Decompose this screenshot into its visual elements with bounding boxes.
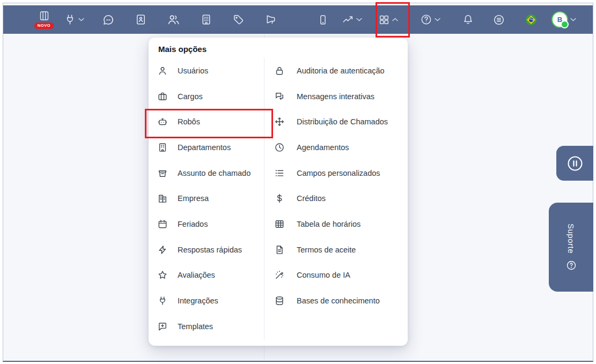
megaphone-icon bbox=[264, 13, 277, 26]
dropdown-left-column: Usuários Cargos Robôs Departamentos Assu… bbox=[149, 58, 264, 340]
move-icon bbox=[274, 116, 285, 127]
mobile-nav-button[interactable] bbox=[317, 5, 329, 34]
lock-icon bbox=[274, 65, 285, 76]
zap-icon bbox=[157, 244, 168, 255]
brazil-flag-icon bbox=[525, 13, 538, 26]
menu-item-auditoria-de-autenticacao[interactable]: Auditoria de autenticação bbox=[264, 58, 408, 84]
dropdown-right-column: Auditoria de autenticação Mensagens inte… bbox=[264, 58, 408, 340]
avatar: B bbox=[551, 11, 568, 28]
menu-item-distribuicao-de-chamados[interactable]: Distribuição de Chamados bbox=[264, 109, 408, 135]
menu-item-cargos[interactable]: Cargos bbox=[149, 84, 264, 109]
top-navigation-bar: NOVO bbox=[3, 5, 593, 34]
plug-icon bbox=[157, 295, 168, 306]
suporte-tab[interactable]: Suporte bbox=[549, 203, 593, 292]
menu-item-usuarios[interactable]: Usuários bbox=[149, 58, 264, 84]
users-nav-button[interactable] bbox=[167, 5, 180, 34]
language-nav-button[interactable] bbox=[525, 5, 538, 34]
menu-item-mensagens-interativas[interactable]: Mensagens interativas bbox=[264, 84, 408, 109]
phone-icon bbox=[317, 14, 329, 26]
message-plus-icon bbox=[157, 321, 168, 332]
help-circle-icon bbox=[420, 13, 432, 26]
menu-item-tabela-de-horarios[interactable]: Tabela de horários bbox=[264, 211, 408, 237]
queue-list-icon bbox=[492, 13, 505, 26]
menu-item-robos[interactable]: Robôs bbox=[149, 109, 264, 135]
menu-item-integracoes[interactable]: Integrações bbox=[149, 288, 264, 314]
more-options-dropdown: Mais opções Usuários Cargos Robôs Depart… bbox=[149, 38, 408, 346]
menu-item-empresa[interactable]: Empresa bbox=[149, 185, 264, 211]
dropdown-title: Mais opções bbox=[158, 44, 207, 54]
building-icon bbox=[157, 142, 168, 153]
menu-item-templates[interactable]: Templates bbox=[149, 314, 264, 339]
menu-item-creditos[interactable]: Créditos bbox=[264, 185, 408, 211]
document-icon bbox=[274, 244, 285, 255]
screenshot-page: NOVO bbox=[0, 0, 596, 364]
menu-item-campos-personalizados[interactable]: Campos personalizados bbox=[264, 160, 408, 186]
chevron-up-icon bbox=[392, 18, 398, 21]
kanban-nav-button[interactable]: NOVO bbox=[33, 5, 55, 34]
bell-icon bbox=[462, 13, 474, 26]
chevron-down-icon bbox=[78, 18, 84, 21]
contacts-nav-button[interactable] bbox=[135, 5, 147, 34]
database-icon bbox=[274, 295, 285, 306]
help-nav-button[interactable] bbox=[420, 5, 440, 34]
notifications-nav-button[interactable] bbox=[462, 5, 474, 34]
menu-item-assunto-de-chamado[interactable]: Assunto de chamado bbox=[149, 160, 264, 186]
tag-icon bbox=[232, 13, 245, 26]
chevron-down-icon bbox=[570, 18, 576, 21]
suporte-label: Suporte bbox=[566, 224, 576, 254]
menu-item-respostas-rapidas[interactable]: Respostas rápidas bbox=[149, 237, 264, 263]
online-status-dot bbox=[561, 20, 569, 28]
star-icon bbox=[157, 270, 168, 280]
menu-item-feriados[interactable]: Feriados bbox=[149, 211, 264, 237]
wand-icon bbox=[274, 270, 285, 280]
clock-icon bbox=[274, 142, 285, 153]
kanban-icon bbox=[39, 10, 50, 21]
menu-item-agendamentos[interactable]: Agendamentos bbox=[264, 135, 408, 160]
pause-circle-icon bbox=[566, 154, 584, 173]
chevron-down-icon bbox=[356, 18, 362, 21]
tags-nav-button[interactable] bbox=[232, 5, 245, 34]
reports-nav-button[interactable] bbox=[342, 5, 362, 34]
dollar-icon bbox=[274, 193, 285, 204]
menu-item-termos-de-aceite[interactable]: Termos de aceite bbox=[264, 237, 408, 263]
chevron-down-icon bbox=[435, 18, 440, 21]
briefcase-icon bbox=[157, 91, 168, 102]
trending-up-icon bbox=[342, 13, 354, 26]
campaigns-nav-button[interactable] bbox=[264, 5, 277, 34]
chats-icon bbox=[274, 91, 285, 102]
robot-icon bbox=[157, 116, 168, 127]
menu-item-bases-de-conhecimento[interactable]: Bases de conhecimento bbox=[264, 288, 408, 314]
company-icon bbox=[157, 193, 168, 204]
novo-badge: NOVO bbox=[34, 23, 54, 29]
profile-nav-button[interactable]: B bbox=[551, 5, 576, 34]
menu-item-departamentos[interactable]: Departamentos bbox=[149, 135, 264, 160]
menu-item-avaliacoes[interactable]: Avaliações bbox=[149, 263, 264, 288]
plug-icon bbox=[64, 13, 76, 26]
users-icon bbox=[167, 13, 180, 26]
building-icon bbox=[200, 13, 212, 26]
inbox-icon bbox=[157, 168, 168, 179]
menu-item-consumo-de-ia[interactable]: Consumo de IA bbox=[264, 263, 408, 288]
calendar-icon bbox=[157, 219, 168, 229]
contacts-book-icon bbox=[135, 13, 147, 26]
user-icon bbox=[157, 65, 168, 76]
help-circle-icon bbox=[566, 260, 577, 271]
more-options-nav-button[interactable] bbox=[378, 5, 398, 34]
chat-icon bbox=[102, 13, 115, 26]
departments-nav-button[interactable] bbox=[200, 5, 212, 34]
list-icon bbox=[274, 168, 285, 179]
table-icon bbox=[274, 219, 285, 229]
queue-nav-button[interactable] bbox=[492, 5, 505, 34]
chat-nav-button[interactable] bbox=[102, 5, 115, 34]
pause-tab[interactable] bbox=[556, 146, 593, 181]
apps-grid-icon bbox=[378, 14, 390, 26]
integrations-nav-button[interactable] bbox=[64, 5, 84, 34]
